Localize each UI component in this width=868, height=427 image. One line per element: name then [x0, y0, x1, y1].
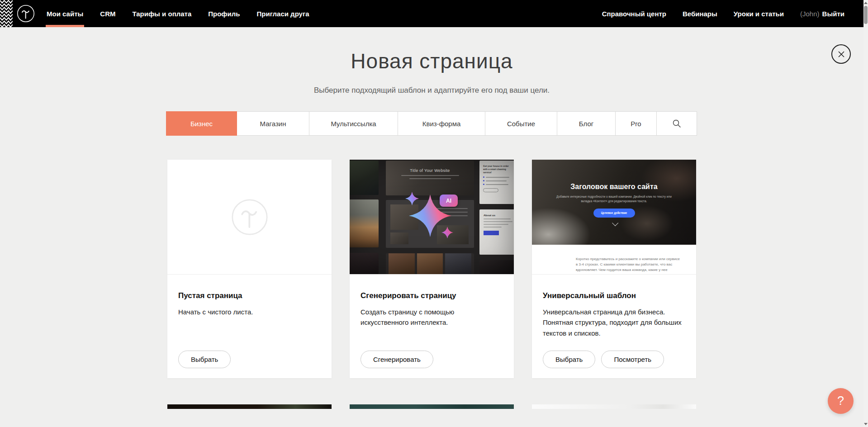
- mini-about-section: Коротко представьтесь и расскажите о ком…: [532, 245, 696, 274]
- nav-item-crm[interactable]: CRM: [100, 0, 115, 27]
- nav-item-my-sites-label: Мои сайты: [47, 10, 83, 18]
- mini-outline-button: [483, 188, 498, 192]
- help-button[interactable]: ?: [828, 388, 854, 414]
- collage-tile-gallery: [386, 253, 474, 274]
- card-title: Пустая страница: [178, 291, 321, 300]
- tab-shop[interactable]: Магазин: [237, 111, 309, 136]
- deco-text-line: [484, 221, 512, 222]
- deco-text-line: [486, 184, 508, 185]
- user-name: (John): [800, 10, 820, 18]
- tab-search[interactable]: [656, 111, 697, 136]
- ai-generate-preview[interactable]: Title of Your Website: [350, 160, 514, 274]
- nav-item-lessons[interactable]: Уроки и статьи: [734, 0, 784, 27]
- template-cards-row: Пустая страница Начать с чистого листа. …: [0, 160, 863, 378]
- scroll-down-arrow-icon[interactable]: [864, 423, 868, 425]
- collage-tile-office: [350, 161, 379, 195]
- view-template-button[interactable]: Посмотреть: [601, 351, 664, 368]
- deco-text-line: [409, 178, 451, 179]
- universal-template-preview[interactable]: Заголовок вашего сайта Добавьте интересн…: [532, 160, 696, 274]
- page-subtitle: Выберите подходящий шаблон и адаптируйте…: [0, 86, 863, 95]
- collage-tile-photo: [479, 260, 514, 274]
- tab-blog[interactable]: Блог: [557, 111, 616, 136]
- deco-text-line: [441, 212, 468, 213]
- blank-page-preview[interactable]: [167, 160, 332, 274]
- nav-item-my-sites[interactable]: Мои сайты: [47, 0, 83, 27]
- tilda-logo-icon[interactable]: [17, 5, 35, 23]
- nav-item-webinars-label: Вебинары: [683, 10, 717, 18]
- zigzag-pattern-icon: [0, 0, 13, 27]
- deco-text-line: [484, 224, 508, 225]
- select-blank-button[interactable]: Выбрать: [178, 351, 231, 368]
- nav-item-help-center[interactable]: Справочный центр: [602, 0, 666, 27]
- nav-item-profile-label: Профиль: [208, 10, 240, 18]
- search-icon: [672, 119, 681, 128]
- scrollbar-thumb[interactable]: [864, 6, 868, 24]
- select-template-button[interactable]: Выбрать: [543, 351, 595, 368]
- deco-text-line: [401, 175, 459, 176]
- mini-site-title: Title of Your Website: [386, 168, 474, 173]
- card-blank-page: Пустая страница Начать с чистого листа. …: [167, 160, 332, 378]
- tab-business[interactable]: Бизнес: [166, 111, 237, 136]
- nav-item-profile[interactable]: Профиль: [208, 0, 240, 27]
- tilda-watermark-icon: [231, 198, 269, 236]
- card-description: Создать страницу с помощью искусственног…: [360, 307, 503, 328]
- card-description: Универсальная страница для бизнеса. Поня…: [543, 307, 685, 338]
- template-card-partial[interactable]: [532, 404, 696, 409]
- mini-photo: [437, 225, 469, 244]
- deco-text-line: [486, 177, 509, 178]
- tab-quiz-form[interactable]: Квиз-форма: [398, 111, 485, 136]
- bullet-icon: [483, 180, 484, 181]
- logout-link[interactable]: Выйти: [822, 10, 844, 18]
- close-button[interactable]: [831, 44, 851, 64]
- page-title: Новая страница: [0, 49, 863, 73]
- mini-photo: [445, 253, 471, 274]
- nav-item-crm-label: CRM: [100, 10, 115, 18]
- collage-tile-livingroom: [350, 199, 379, 247]
- deco-text-line: [484, 218, 511, 219]
- tab-event[interactable]: Событие: [485, 111, 557, 136]
- nav-secondary-menu: Справочный центр Вебинары Уроки и статьи…: [586, 0, 844, 27]
- collage-tile-about: About us: [479, 209, 514, 255]
- collage-tile-hero: Title of Your Website: [386, 161, 474, 195]
- collage-tile-article: Get your house in order with a smart cle…: [479, 161, 514, 204]
- ai-badge: AI: [440, 195, 458, 207]
- mini-about-title: About us: [484, 214, 513, 217]
- nav-item-tariffs[interactable]: Тарифы и оплата: [132, 0, 191, 27]
- collage-tile-people: [350, 253, 379, 274]
- nav-main-menu: Мои сайты CRM Тарифы и оплата Профиль Пр…: [47, 0, 326, 27]
- nav-item-lessons-label: Уроки и статьи: [734, 10, 784, 18]
- main-content: Новая страница Выберите подходящий шабло…: [0, 27, 863, 409]
- question-mark-icon: ?: [837, 394, 844, 408]
- deco-text-line: [434, 208, 468, 209]
- mini-about-text: Коротко представьтесь и расскажите о ком…: [576, 256, 681, 274]
- nav-item-webinars[interactable]: Вебинары: [683, 0, 717, 27]
- card-universal-template: Заголовок вашего сайта Добавьте интересн…: [532, 160, 696, 378]
- mini-hero-subtitle: Добавьте интересные подробности о вашей …: [556, 195, 673, 204]
- template-card-partial[interactable]: [350, 404, 514, 409]
- card-description: Начать с чистого листа.: [178, 307, 321, 317]
- vertical-scrollbar[interactable]: [863, 0, 868, 427]
- mini-cta-button: Целевое действие: [593, 209, 635, 218]
- deco-text-line: [484, 227, 502, 228]
- deco-text-line: [437, 215, 468, 216]
- nav-item-invite-friend-label: Пригласи друга: [256, 10, 309, 18]
- nav-user-block: (John) Выйти: [800, 0, 844, 27]
- card-body: Пустая страница Начать с чистого листа. …: [167, 274, 332, 378]
- nav-item-invite-friend[interactable]: Пригласи друга: [256, 0, 309, 27]
- mini-photo: [390, 204, 418, 230]
- top-navbar: Мои сайты CRM Тарифы и оплата Профиль Пр…: [0, 0, 863, 27]
- nav-item-tariffs-label: Тарифы и оплата: [132, 10, 191, 18]
- mini-photo: [417, 253, 443, 274]
- generate-button[interactable]: Сгенерировать: [360, 351, 433, 368]
- tab-pro[interactable]: Pro: [615, 111, 657, 136]
- mini-photo: [389, 253, 415, 274]
- card-ai-generate: Title of Your Website: [350, 160, 514, 378]
- card-title: Универсальный шаблон: [543, 291, 685, 300]
- tab-multilink[interactable]: Мультиссылка: [309, 111, 398, 136]
- mini-blue-button: [484, 231, 499, 235]
- scroll-up-arrow-icon[interactable]: [864, 2, 868, 4]
- card-title: Сгенерировать страницу: [360, 291, 503, 300]
- card-body: Универсальный шаблон Универсальная стран…: [532, 274, 696, 378]
- template-card-partial[interactable]: [167, 404, 332, 409]
- mini-hero-title: Заголовок вашего сайта: [532, 160, 696, 191]
